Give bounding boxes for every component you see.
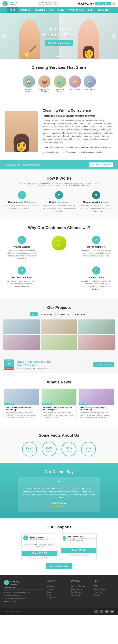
news-title-2: Apartment Therapy Mom Wisdom on... Takin…	[43, 406, 75, 411]
project-image-5	[41, 335, 77, 350]
proj-tab-apartment[interactable]: APARTMENT	[73, 312, 88, 316]
footer-main: 🧹 Cleaning company Contact Us 3 Massachu…	[0, 575, 118, 608]
hero-dot-2[interactable]	[58, 56, 60, 57]
news-card-1[interactable]: JUL 14, 2015 New Cleaning With Hydrogen …	[4, 388, 39, 420]
footer-careers-link[interactable]: Careers	[47, 588, 67, 590]
nav-blog[interactable]: BLOG	[56, 7, 66, 13]
fact-followers: 237 Followers	[81, 442, 96, 456]
cta-banner: Get started with your free estimate GET …	[0, 160, 118, 170]
social-google[interactable]: g+	[105, 610, 109, 614]
fact-followers-label: Followers	[84, 450, 93, 452]
footer-tos-link[interactable]: Terms of Service	[94, 588, 114, 590]
facts-section: Some Facts About Us 1225 Orders 843 Clie…	[0, 426, 118, 463]
hero-dot-1[interactable]	[56, 56, 57, 57]
project-image-3	[78, 320, 115, 334]
proj-tab-all[interactable]: ALL	[30, 312, 38, 316]
step-1: 1 Book online in 60 Seconds Book & pay o…	[5, 191, 39, 212]
cart-icon[interactable]: 🛒	[112, 2, 115, 6]
why-complete-title: We Are Complete	[81, 246, 111, 248]
footer-company-col: Company About Us Careers Press Blog Cont…	[47, 580, 67, 603]
news-body-2: Apartment Therapy Mom Wisdom on... Takin…	[42, 405, 76, 420]
footer-move-link[interactable]: Move In/Out	[71, 594, 91, 596]
social-facebook[interactable]: f	[94, 610, 98, 614]
why-committed-title: We Are Committed	[7, 276, 37, 279]
nav-services[interactable]: SERVICES	[33, 7, 47, 13]
testimonials-section: Our Clients Say " I would like to give y…	[0, 463, 118, 518]
proj-tab-commercial[interactable]: COMMERCIAL	[55, 312, 72, 316]
fact-houses-label: Houses	[66, 450, 72, 452]
experts-icon: 🔬	[18, 236, 26, 244]
hero-prev-button[interactable]: ‹	[2, 34, 6, 38]
cta-estimate-button[interactable]: GET FREE ESTIMATE	[89, 162, 113, 167]
footer-press-link[interactable]: Press	[47, 590, 67, 594]
conscience-body: Cleaning can be a chore and we know you …	[43, 119, 113, 144]
news-image-1: JUL 14, 2015	[4, 389, 39, 405]
nav-home[interactable]: HOME	[7, 7, 18, 13]
phone-number: 800-123-4567	[78, 3, 94, 6]
cta-text: Get started with your free estimate	[5, 164, 40, 166]
hero-cta-button[interactable]: MAKE FREE ORDER	[45, 40, 73, 46]
footer-about-col: 🧹 Cleaning company Contact Us 3 Massachu…	[4, 580, 44, 603]
coupon-save-2: Save $25.00	[61, 548, 96, 553]
logo[interactable]: 🧹 Cleaning company	[3, 1, 18, 6]
logo-icon: 🧹	[3, 1, 8, 6]
why-item-complete: ✔ We Are Complete We are proud to provid…	[79, 234, 113, 259]
hero-dot-3[interactable]	[61, 56, 62, 57]
see-coupons-button[interactable]: SEE ALL COUPONS	[46, 563, 72, 569]
coupon-header-1: 🧹 Cleaning company $25 Off off Carpet Cl…	[22, 534, 57, 542]
footer-email[interactable]: info@cleaningcompany.com	[4, 597, 44, 600]
footer-logo-text: Cleaning company	[10, 580, 19, 585]
save-estimate-button[interactable]: GET AN ESTIMATE	[93, 362, 114, 367]
coupon-company-1: Cleaning company	[30, 536, 49, 538]
footer-services-heading: Services	[71, 580, 91, 583]
footer-office-link[interactable]: Office Cleaning	[71, 588, 91, 590]
step-number-2: 2	[55, 191, 63, 199]
coupons-row: 🧹 Cleaning company $25 Off off Carpet Cl…	[4, 534, 114, 560]
save-time-banner: WED 12 Save Time. Save Time. Save Money.…	[0, 356, 118, 373]
how-it-works-heading: How It Works	[5, 176, 113, 180]
proj-tab-residential[interactable]: RESIDENTIAL	[38, 312, 54, 316]
social-twitter[interactable]: t	[99, 610, 103, 614]
news-card-3[interactable]: JUL 3, 2015 New Cleaning With Hydrogen P…	[79, 388, 114, 420]
project-image-2	[41, 320, 77, 334]
footer-faq-link[interactable]: FAQ	[94, 585, 114, 588]
footer-blog-link[interactable]: Blog	[47, 594, 67, 596]
coupon-footer-2: Offer good through 11/31/2015	[61, 553, 96, 557]
nav-shop[interactable]: SHOP	[85, 7, 95, 13]
how-it-works-subtitle: Taking the chore out of top aspect of cl…	[18, 182, 100, 186]
news-card-2[interactable]: JUN 25, 2015 Apartment Therapy Mom Wisdo…	[41, 388, 76, 420]
testimonial-card: " I would like to give you a five-star r…	[18, 477, 100, 512]
fact-orders-number: 1225	[26, 446, 34, 450]
why-badge-center: THE BEST ★ 5 Stars	[42, 234, 76, 254]
footer-apt-link[interactable]: Apartment Cleaning	[71, 585, 91, 588]
testimonial-stars: ★★★★★	[23, 505, 95, 508]
footer-about-link[interactable]: About Us	[47, 585, 67, 588]
nav-contacts[interactable]: CONTACTS	[95, 7, 111, 13]
complete-icon: ✔	[92, 236, 100, 244]
fact-followers-number: 237	[86, 446, 92, 450]
why-center-empty	[42, 265, 76, 268]
nav-about[interactable]: ABOUT US	[18, 7, 33, 13]
why-experts-title: We Are Experts	[7, 246, 37, 248]
nav-testimonials[interactable]: TESTIMONIALS	[66, 7, 85, 13]
coupon-desc-1: Good reason for carpet cleaning needs fo…	[23, 544, 55, 547]
get-quote-button[interactable]: GET A QUOTE	[95, 2, 111, 6]
check-item-3: ✓ Referral friend & house referral bonus	[43, 151, 78, 154]
footer-sitemap-link[interactable]: Sitemap	[94, 594, 114, 596]
news-date-3: JUL 3, 2015	[79, 402, 88, 405]
footer-deep-link[interactable]: Deep Cleaning	[71, 590, 91, 594]
social-linkedin[interactable]: in	[110, 610, 114, 614]
facts-heading: Some Facts About Us	[4, 433, 114, 438]
conscience-image: 👩	[5, 111, 38, 152]
coupon-body-2	[61, 543, 96, 548]
projects-tabs: ALL RESIDENTIAL COMMERCIAL APARTMENT	[3, 312, 115, 316]
footer-privacy-link[interactable]: Privacy Policy	[94, 590, 114, 594]
footer-contact-heading: Contact Us	[4, 587, 44, 590]
service-item-5: 🏢 Office Cleaning	[84, 76, 96, 92]
fact-orders: 1225 Orders	[22, 442, 37, 456]
hero-next-button[interactable]: ›	[112, 34, 116, 38]
footer-contact-link[interactable]: Contact Us	[47, 596, 67, 600]
news-grid: JUL 14, 2015 New Cleaning With Hydrogen …	[4, 388, 114, 420]
service-icon-1: 🏠	[23, 76, 35, 88]
nav-faq[interactable]: FAQ	[47, 7, 56, 13]
